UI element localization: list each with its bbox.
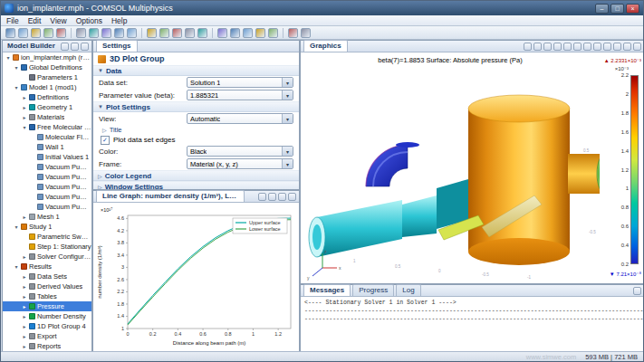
menu-view[interactable]: View xyxy=(50,16,66,25)
tree-item[interactable]: ▸Data Sets xyxy=(3,272,91,281)
paste-icon[interactable] xyxy=(89,28,99,38)
lighting-icon[interactable] xyxy=(593,43,601,51)
tree-item[interactable]: ▸Export xyxy=(3,331,91,341)
print-icon[interactable] xyxy=(43,28,53,38)
tree-item[interactable]: ▾Global Definitions xyxy=(3,62,91,72)
plot-edges-checkbox[interactable]: ✓ xyxy=(101,136,110,145)
tree-item[interactable]: ▸Reports xyxy=(3,341,91,351)
close-button[interactable]: × xyxy=(626,4,639,14)
tree-item[interactable]: ▸Materials xyxy=(3,112,91,122)
section-title-sub[interactable]: ▷ Title xyxy=(93,125,299,135)
section-data[interactable]: ▼ Data xyxy=(93,65,299,76)
tree-item[interactable]: ▾Study 1 xyxy=(3,222,91,232)
tree-item[interactable]: Vacuum Pump 5 xyxy=(3,202,91,212)
zoom-extents-icon[interactable] xyxy=(543,43,552,51)
tree-item[interactable]: Molecular Flow 1 xyxy=(3,132,91,142)
tree-item[interactable]: ▾ion_implanter.mph (root) xyxy=(3,52,91,62)
save-icon[interactable] xyxy=(31,28,41,38)
undo-icon[interactable] xyxy=(101,28,111,38)
expander-icon[interactable]: ▸ xyxy=(22,283,27,290)
open-icon[interactable] xyxy=(18,28,28,38)
new-icon[interactable] xyxy=(5,28,15,38)
zoom-extents-icon[interactable] xyxy=(288,28,298,38)
zoom-extents-icon[interactable] xyxy=(268,193,276,201)
tree-item[interactable]: ▸Solver Configurations xyxy=(3,252,91,262)
menu-options[interactable]: Options xyxy=(76,16,102,25)
frame-select[interactable]: Material (x, y, z) ▾ xyxy=(187,158,293,169)
expander-icon[interactable]: ▾ xyxy=(14,263,19,270)
print-icon[interactable] xyxy=(633,43,641,51)
help-icon[interactable] xyxy=(301,28,311,38)
tree-item[interactable]: ▸Mesh 1 xyxy=(3,212,91,222)
tree-item[interactable]: Initial Values 1 xyxy=(3,152,91,162)
parameter-select[interactable]: 1.885321 ▾ xyxy=(187,90,293,100)
fly-icon[interactable] xyxy=(583,43,591,51)
tree-item[interactable]: Wall 1 xyxy=(3,142,91,152)
zoom-out-icon[interactable] xyxy=(533,43,542,51)
physics-icon[interactable] xyxy=(197,28,207,38)
tree-item[interactable]: ▸Derived Values xyxy=(3,281,91,291)
parameters-icon[interactable] xyxy=(147,28,157,38)
dataset-select[interactable]: Solution 1 ▾ xyxy=(187,77,293,88)
expander-icon[interactable]: ▸ xyxy=(22,253,27,260)
section-plot-settings[interactable]: ▼ Plot Settings xyxy=(93,101,299,112)
mesh-icon[interactable] xyxy=(217,28,227,38)
tree-item[interactable]: Parametric Sweep xyxy=(3,232,91,242)
expander-icon[interactable]: ▸ xyxy=(22,313,27,319)
tree-item[interactable]: ▸Geometry 1 xyxy=(3,102,91,112)
expander-icon[interactable]: ▾ xyxy=(14,64,19,71)
plot-icon[interactable] xyxy=(258,193,266,201)
tree-item[interactable]: ▸Pressure xyxy=(3,301,91,311)
tree-item[interactable]: Parameters 1 xyxy=(3,72,91,82)
tree-item[interactable]: Vacuum Pump 4 xyxy=(3,192,91,202)
tree-item[interactable]: ▸1D Plot Group 4 xyxy=(3,321,91,331)
line-chart[interactable]: 00.20.40.60.811.211.41.82.22.633.43.84.2… xyxy=(93,203,298,352)
expander-icon[interactable]: ▸ xyxy=(22,333,27,339)
model-library-icon[interactable] xyxy=(127,28,137,38)
messages-log[interactable]: <---- Stationary Solver 1 in Solver 1 --… xyxy=(301,297,644,352)
tab-settings[interactable]: Settings xyxy=(96,40,138,52)
expander-icon[interactable]: ▸ xyxy=(22,273,27,280)
expander-icon[interactable]: ▸ xyxy=(22,323,27,329)
expander-icon[interactable]: ▸ xyxy=(22,104,27,110)
expander-icon[interactable]: ▸ xyxy=(22,303,27,310)
expand-all-icon[interactable] xyxy=(71,43,79,51)
expander-icon[interactable]: ▸ xyxy=(22,293,27,300)
view-select[interactable]: Automatic ▾ xyxy=(187,113,293,124)
functions-icon[interactable] xyxy=(159,28,169,38)
tab-messages[interactable]: Messages xyxy=(303,284,351,296)
tree-item[interactable]: Vacuum Pump 3 xyxy=(3,182,91,192)
default-view-icon[interactable] xyxy=(553,43,562,51)
compute-icon[interactable] xyxy=(243,28,253,38)
tree-item[interactable]: ▸Definitions xyxy=(3,92,91,102)
pan-icon[interactable] xyxy=(563,43,572,51)
expander-icon[interactable]: ▾ xyxy=(14,224,19,230)
tree-item[interactable]: Vacuum Pump 2 xyxy=(3,172,91,182)
tab-log[interactable]: Log xyxy=(396,284,420,296)
materials-icon[interactable] xyxy=(185,28,195,38)
plot-icon[interactable] xyxy=(268,28,278,38)
transparency-icon[interactable] xyxy=(603,43,611,51)
color-select[interactable]: Black ▾ xyxy=(187,146,293,157)
menu-file[interactable]: File xyxy=(6,16,19,25)
clear-log-icon[interactable] xyxy=(633,287,641,295)
tree-item[interactable]: ▾Model 1 (mod1) xyxy=(3,82,91,92)
expander-icon[interactable]: ▸ xyxy=(22,114,27,120)
redo-icon[interactable] xyxy=(114,28,124,38)
expander-icon[interactable]: ▸ xyxy=(22,94,27,100)
wireframe-icon[interactable] xyxy=(613,43,621,51)
study-icon[interactable] xyxy=(230,28,240,38)
3d-model-view[interactable]: beta(7)=1.8853 Surface: Absolute pressur… xyxy=(301,52,600,283)
graphics-scene[interactable]: beta(7)=1.8853 Surface: Absolute pressur… xyxy=(301,52,644,283)
image-snapshot-icon[interactable] xyxy=(278,193,286,201)
expander-icon[interactable]: ▾ xyxy=(22,124,27,130)
export-plot-icon[interactable] xyxy=(288,193,296,201)
section-window-settings[interactable]: ▷ Window Settings xyxy=(93,181,299,189)
geometry-icon[interactable] xyxy=(172,28,182,38)
tab-graphics[interactable]: Graphics xyxy=(303,40,348,52)
tree-item[interactable]: ▾Free Molecular Flow (fmf) xyxy=(3,122,91,132)
tree-item[interactable]: ▾Results xyxy=(3,262,91,272)
minimize-button[interactable]: – xyxy=(595,4,609,14)
expander-icon[interactable]: ▸ xyxy=(22,214,27,220)
tree-item[interactable]: Step 1: Stationary xyxy=(3,242,91,252)
